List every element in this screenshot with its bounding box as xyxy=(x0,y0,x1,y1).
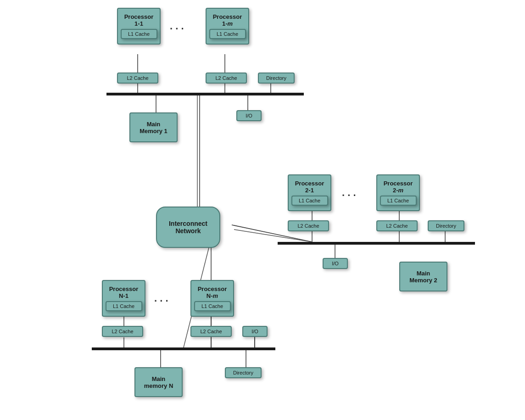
processor-n-m: ProcessorN-m L1 Cache xyxy=(190,280,234,317)
connections-svg xyxy=(0,0,525,420)
main-memory-2: MainMemory 2 xyxy=(399,262,447,291)
cluster2-l2cache-1: L2 Cache xyxy=(288,220,329,231)
processor-1-1: Processor 1-1 L1 Cache xyxy=(117,8,161,45)
clusterN-l2cache-1: L2 Cache xyxy=(102,326,143,337)
proc-n-1-l1cache: L1 Cache xyxy=(106,301,142,311)
clusterN-directory: Directory xyxy=(225,367,262,378)
clusterN-io: I/O xyxy=(242,326,268,337)
cluster1-dots: · · · xyxy=(170,23,184,35)
cluster1-l2cache-m: L2 Cache xyxy=(206,73,247,84)
cluster1-io: I/O xyxy=(236,110,262,121)
interconnect-network: Interconnect Network xyxy=(156,207,220,248)
proc-1-m-l1cache: L1 Cache xyxy=(209,29,246,39)
processor-2-1: Processor2-1 L1 Cache xyxy=(288,174,331,211)
cluster2-directory: Directory xyxy=(428,220,464,231)
processor-2-m: Processor2-m L1 Cache xyxy=(376,174,420,211)
clusterN-l2cache-m: L2 Cache xyxy=(190,326,232,337)
proc-1-1-l1cache: L1 Cache xyxy=(121,29,157,39)
processor-n-1: ProcessorN-1 L1 Cache xyxy=(102,280,145,317)
cluster1-l2cache-1: L2 Cache xyxy=(117,73,158,84)
cluster2-bus xyxy=(278,242,475,245)
diagram: Processor 1-1 L1 Cache · · · Processor1-… xyxy=(0,0,525,420)
cluster2-l2cache-m: L2 Cache xyxy=(376,220,418,231)
clusterN-dots: · · · xyxy=(154,295,168,307)
processor-1-m: Processor1-m L1 Cache xyxy=(206,8,249,45)
proc-n-m-l1cache: L1 Cache xyxy=(194,301,231,311)
main-memory-1: Main Memory 1 xyxy=(129,112,178,142)
proc-2-m-l1cache: L1 Cache xyxy=(380,196,417,206)
clusterN-bus xyxy=(92,347,275,350)
proc-2-1-l1cache: L1 Cache xyxy=(291,196,328,206)
cluster1-bus xyxy=(106,93,304,95)
main-memory-n: Mainmemory N xyxy=(134,367,183,397)
cluster2-dots: · · · xyxy=(342,190,356,202)
cluster2-io: I/O xyxy=(323,258,348,269)
svg-line-25 xyxy=(234,230,312,242)
cluster1-directory: Directory xyxy=(258,73,295,84)
